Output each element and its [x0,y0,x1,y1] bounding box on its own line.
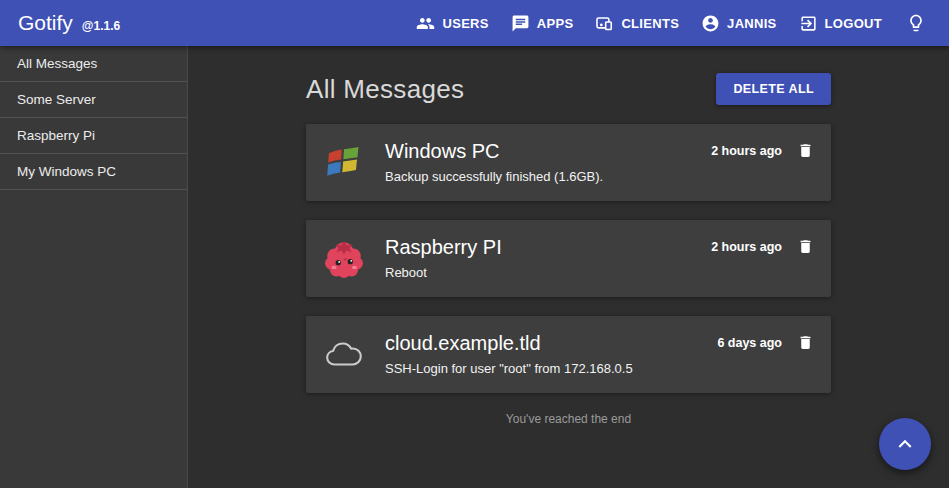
sidebar-item-all-messages[interactable]: All Messages [0,46,187,82]
scroll-to-top-button[interactable] [879,418,931,470]
apps-icon [511,14,530,33]
brand-version: @1.1.6 [82,19,120,33]
message-timestamp: 6 days ago [717,336,782,350]
trash-icon [797,339,814,354]
logout-icon [799,14,818,33]
message-body: Backup successfully finished (1.6GB). [385,169,711,184]
message-card: cloud.example.tld SSH-Login for user "ro… [306,316,831,393]
sidebar-item-label: My Windows PC [17,164,116,179]
account-icon [701,14,720,33]
message-card: Raspberry PI Reboot 2 hours ago [306,220,831,297]
content-header: All Messages DELETE ALL [306,73,831,105]
brand-name: Gotify [18,11,73,35]
delete-message-button[interactable] [795,332,816,353]
nav-clients-label: CLIENTS [621,16,679,31]
users-icon [416,14,435,33]
nav-apps-label: APPS [537,16,574,31]
nav-users-button[interactable]: USERS [405,6,499,41]
windows-logo-icon [323,141,365,183]
message-body: Reboot [385,265,711,280]
sidebar-item-label: Some Server [17,92,96,107]
chevron-up-icon [892,431,918,457]
nav-logout-label: LOGOUT [825,16,882,31]
sidebar-item-raspberry-pi[interactable]: Raspberry Pi [0,118,187,154]
trash-icon [797,243,814,258]
trash-icon [797,147,814,162]
main-area: All Messages DELETE ALL Windows PC Backu… [188,46,949,488]
message-card: Windows PC Backup successfully finished … [306,124,831,201]
nav-users-label: USERS [442,16,488,31]
sidebar-item-some-server[interactable]: Some Server [0,82,187,118]
message-timestamp: 2 hours ago [711,144,782,158]
sidebar-item-label: All Messages [17,56,97,71]
theme-toggle-button[interactable] [897,5,935,41]
message-title: Windows PC [385,140,711,163]
end-of-list-text: You've reached the end [306,412,831,426]
nav-logout-button[interactable]: LOGOUT [788,6,893,41]
message-content: Raspberry PI Reboot [385,233,711,282]
message-title: Raspberry PI [385,236,711,259]
nav-clients-button[interactable]: CLIENTS [584,6,690,41]
brand[interactable]: Gotify @1.1.6 [18,11,120,35]
sidebar-item-label: Raspberry Pi [17,128,95,143]
raspberry-logo-icon [323,237,365,279]
nav-user-button[interactable]: JANNIS [690,6,787,41]
message-content: cloud.example.tld SSH-Login for user "ro… [385,329,717,378]
lightbulb-icon [906,13,926,33]
message-body: SSH-Login for user "root" from 172.168.0… [385,361,717,376]
nav-apps-button[interactable]: APPS [500,6,585,41]
message-content: Windows PC Backup successfully finished … [385,137,711,186]
message-meta: 2 hours ago [711,236,816,257]
delete-message-button[interactable] [795,140,816,161]
clients-icon [595,14,614,33]
navbar-actions: USERS APPS CLIENTS JANNIS [405,5,935,41]
sidebar: All Messages Some Server Raspberry Pi My… [0,46,188,488]
cloud-icon [323,333,365,375]
top-navbar: Gotify @1.1.6 USERS APPS CLIENTS [0,0,949,46]
message-meta: 2 hours ago [711,140,816,161]
nav-user-label: JANNIS [727,16,776,31]
delete-message-button[interactable] [795,236,816,257]
message-timestamp: 2 hours ago [711,240,782,254]
delete-all-button[interactable]: DELETE ALL [716,73,831,105]
message-title: cloud.example.tld [385,332,717,355]
message-meta: 6 days ago [717,332,816,353]
sidebar-item-my-windows-pc[interactable]: My Windows PC [0,154,187,190]
page-title: All Messages [306,74,464,105]
